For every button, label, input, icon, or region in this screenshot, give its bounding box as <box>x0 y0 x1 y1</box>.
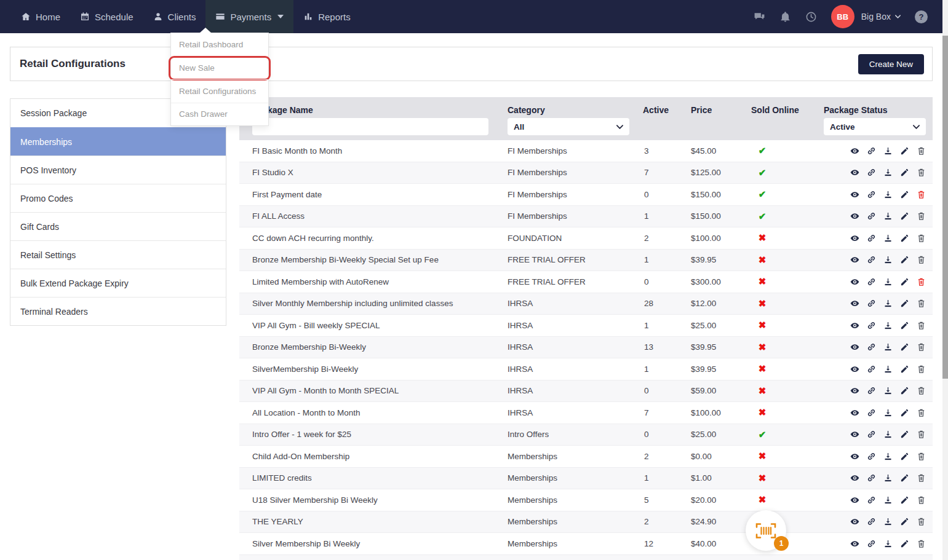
eye-icon[interactable] <box>850 299 859 308</box>
pencil-icon[interactable] <box>900 365 909 374</box>
pencil-icon[interactable] <box>900 190 909 199</box>
link-icon[interactable] <box>867 211 876 221</box>
pencil-icon[interactable] <box>900 342 909 352</box>
eye-icon[interactable] <box>850 146 859 156</box>
link-icon[interactable] <box>867 321 876 330</box>
pencil-icon[interactable] <box>900 211 909 221</box>
menu-item-new-sale[interactable]: New Sale <box>171 57 268 80</box>
eye-icon[interactable] <box>850 495 859 505</box>
pencil-icon[interactable] <box>900 321 909 330</box>
link-icon[interactable] <box>867 495 876 505</box>
sidebar-item-gift-cards[interactable]: Gift Cards <box>10 212 226 240</box>
trash-icon[interactable] <box>917 408 926 417</box>
link-icon[interactable] <box>867 473 876 483</box>
clock-icon[interactable] <box>805 11 817 23</box>
import-icon[interactable] <box>883 342 893 352</box>
chat-icon[interactable] <box>754 11 765 23</box>
eye-icon[interactable] <box>850 517 859 526</box>
import-icon[interactable] <box>883 190 893 199</box>
trash-icon[interactable] <box>917 539 926 548</box>
trash-icon[interactable] <box>917 321 926 330</box>
nav-item-reports[interactable]: Reports <box>293 0 360 33</box>
nav-item-payments[interactable]: Payments <box>205 0 293 33</box>
import-icon[interactable] <box>883 386 893 395</box>
help-icon[interactable]: ? <box>915 10 928 23</box>
import-icon[interactable] <box>883 146 893 156</box>
package-name-input[interactable] <box>252 118 488 135</box>
sidebar-item-promo-codes[interactable]: Promo Codes <box>10 184 226 212</box>
eye-icon[interactable] <box>850 255 859 264</box>
package-status-select[interactable]: Active <box>824 118 926 135</box>
import-icon[interactable] <box>883 168 893 177</box>
trash-icon[interactable] <box>917 495 926 505</box>
trash-icon[interactable] <box>917 190 926 199</box>
trash-icon[interactable] <box>917 234 926 243</box>
import-icon[interactable] <box>883 321 893 330</box>
link-icon[interactable] <box>867 255 876 264</box>
sidebar-item-bulk-extend-package-expiry[interactable]: Bulk Extend Package Expiry <box>10 269 226 297</box>
eye-icon[interactable] <box>850 168 859 177</box>
eye-icon[interactable] <box>850 277 859 286</box>
sidebar-item-terminal-readers[interactable]: Terminal Readers <box>10 297 226 325</box>
link-icon[interactable] <box>867 299 876 308</box>
eye-icon[interactable] <box>850 473 859 483</box>
pencil-icon[interactable] <box>900 146 909 156</box>
menu-item-cash-drawer[interactable]: Cash Drawer <box>171 103 268 126</box>
trash-icon[interactable] <box>917 452 926 461</box>
pencil-icon[interactable] <box>900 234 909 243</box>
link-icon[interactable] <box>867 146 876 156</box>
link-icon[interactable] <box>867 408 876 417</box>
import-icon[interactable] <box>883 277 893 286</box>
menu-item-retail-configurations[interactable]: Retail Configurations <box>171 79 268 103</box>
trash-icon[interactable] <box>917 386 926 395</box>
eye-icon[interactable] <box>850 386 859 395</box>
sidebar-item-memberships[interactable]: Memberships <box>10 127 226 156</box>
pencil-icon[interactable] <box>900 408 909 417</box>
nav-item-home[interactable]: Home <box>11 0 70 33</box>
link-icon[interactable] <box>867 539 876 548</box>
pencil-icon[interactable] <box>900 452 909 461</box>
link-icon[interactable] <box>867 277 876 286</box>
link-icon[interactable] <box>867 452 876 461</box>
link-icon[interactable] <box>867 365 876 374</box>
bell-icon[interactable] <box>779 11 791 23</box>
import-icon[interactable] <box>883 408 893 417</box>
pencil-icon[interactable] <box>900 277 909 286</box>
eye-icon[interactable] <box>850 211 859 221</box>
import-icon[interactable] <box>883 255 893 264</box>
pencil-icon[interactable] <box>900 386 909 395</box>
import-icon[interactable] <box>883 473 893 483</box>
barcode-scanner-widget[interactable]: 1 <box>746 510 786 551</box>
sidebar-item-retail-settings[interactable]: Retail Settings <box>10 240 226 269</box>
eye-icon[interactable] <box>850 321 859 330</box>
menu-item-retail-dashboard[interactable]: Retail Dashboard <box>171 33 268 57</box>
link-icon[interactable] <box>867 517 876 526</box>
pencil-icon[interactable] <box>900 495 909 505</box>
link-icon[interactable] <box>867 386 876 395</box>
import-icon[interactable] <box>883 365 893 374</box>
trash-icon[interactable] <box>917 255 926 264</box>
eye-icon[interactable] <box>850 408 859 417</box>
link-icon[interactable] <box>867 168 876 177</box>
nav-item-clients[interactable]: Clients <box>143 0 206 33</box>
pencil-icon[interactable] <box>900 168 909 177</box>
link-icon[interactable] <box>867 190 876 199</box>
import-icon[interactable] <box>883 517 893 526</box>
trash-icon[interactable] <box>917 146 926 156</box>
eye-icon[interactable] <box>850 190 859 199</box>
trash-icon[interactable] <box>917 517 926 526</box>
nav-item-schedule[interactable]: Schedule <box>70 0 143 33</box>
trash-icon[interactable] <box>917 211 926 221</box>
pencil-icon[interactable] <box>900 517 909 526</box>
create-new-button[interactable]: Create New <box>858 54 924 74</box>
import-icon[interactable] <box>883 539 893 548</box>
eye-icon[interactable] <box>850 234 859 243</box>
pencil-icon[interactable] <box>900 539 909 548</box>
pencil-icon[interactable] <box>900 255 909 264</box>
import-icon[interactable] <box>883 211 893 221</box>
account-menu[interactable]: Big Box <box>861 12 901 22</box>
import-icon[interactable] <box>883 234 893 243</box>
import-icon[interactable] <box>883 299 893 308</box>
import-icon[interactable] <box>883 430 893 439</box>
category-select[interactable]: All <box>508 118 629 135</box>
